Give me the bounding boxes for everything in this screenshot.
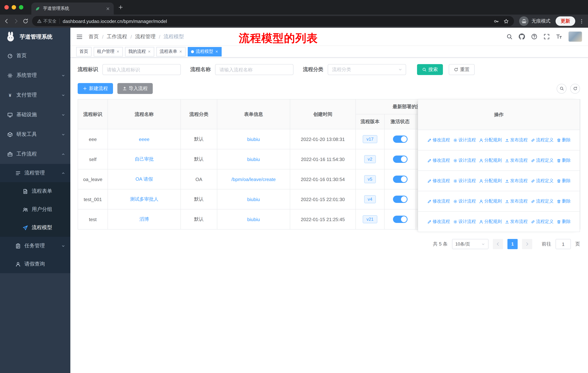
action-edit-link[interactable]: 修改流程 [427,198,450,204]
forward-button[interactable] [13,18,19,24]
sidebar-item-briefcase[interactable]: 工作流程 [0,144,70,164]
page-size-select[interactable]: 10条/页 [452,239,488,249]
tag-流程表单[interactable]: 流程表单 [156,47,186,56]
tab-close-icon[interactable] [106,6,110,11]
filter-name-input[interactable] [215,64,294,75]
close-icon[interactable] [148,50,151,53]
filter-id-input[interactable] [102,64,181,75]
url-text[interactable]: dashboard.yudao.iocoder.cn/bpm/manager/m… [63,18,491,24]
search-button[interactable]: 搜索 [417,64,443,75]
cell-form-text[interactable]: /bpm/oa/leave/create [231,176,276,182]
security-status[interactable]: 不安全 [37,18,56,24]
cell-name-text[interactable]: 测试多审批人 [130,196,158,202]
back-button[interactable] [4,18,10,24]
cell-form-text[interactable]: biubiu [247,136,260,142]
browser-menu-button[interactable] [579,18,584,24]
tag-流程模型[interactable]: 流程模型 [188,47,222,56]
cell-name-text[interactable]: eeee [139,136,149,142]
active-toggle[interactable] [393,135,407,143]
active-toggle[interactable] [393,196,407,203]
minimize-window-button[interactable] [12,5,16,10]
filter-category-select[interactable]: 流程分类 [328,64,406,75]
cell-name-text[interactable]: 滔博 [139,216,149,222]
action-delete-link[interactable]: 删除 [556,157,571,163]
refresh-table-button[interactable] [570,84,580,93]
action-assign-link[interactable]: 分配规则 [479,198,502,204]
sidebar-item-yen[interactable]: ¥支付管理 [0,85,70,105]
tag-首页[interactable]: 首页 [76,47,92,56]
action-publish-link[interactable]: 发布流程 [505,198,528,204]
import-flow-button[interactable]: 导入流程 [117,83,153,94]
action-assign-link[interactable]: 分配规则 [479,219,502,225]
cell-form-text[interactable]: biubiu [247,156,260,162]
action-delete-link[interactable]: 删除 [556,178,571,184]
close-window-button[interactable] [4,5,9,10]
action-edit-link[interactable]: 修改流程 [427,157,450,163]
cell-form-text[interactable]: biubiu [247,197,260,202]
sidebar-item-users[interactable]: 用户分组 [0,200,70,219]
reset-button[interactable]: 重置 [449,64,475,75]
close-icon[interactable] [116,50,120,53]
cell-form-text[interactable]: biubiu [247,217,260,222]
sidebar-item-clipboard[interactable]: 任务管理 [0,237,70,255]
action-assign-link[interactable]: 分配规则 [479,157,502,163]
bookmark-star-icon[interactable] [504,18,509,24]
action-define-link[interactable]: 流程定义 [531,178,554,184]
breadcrumb-workflow[interactable]: 工作流程 [107,33,127,40]
action-publish-link[interactable]: 发布流程 [505,157,528,163]
action-design-link[interactable]: 设计流程 [453,178,476,184]
github-icon[interactable] [519,33,525,40]
page-1-button[interactable]: 1 [507,239,518,249]
address-bar[interactable]: 不安全 dashboard.yudao.iocoder.cn/bpm/manag… [32,16,514,26]
tag-我的流程[interactable]: 我的流程 [125,47,154,56]
action-edit-link[interactable]: 修改流程 [427,219,450,225]
zoom-window-button[interactable] [19,5,23,10]
sidebar-item-gauge[interactable]: 首页 [0,46,70,66]
toggle-search-button[interactable] [557,84,567,93]
sidebar-item-monitor[interactable]: 基础设施 [0,105,70,125]
action-delete-link[interactable]: 删除 [556,219,571,225]
action-delete-link[interactable]: 删除 [556,198,571,204]
sidebar-item-box[interactable]: 研发工具 [0,125,70,144]
tag-租户管理[interactable]: 租户管理 [94,47,123,56]
action-define-link[interactable]: 流程定义 [531,137,554,143]
app-logo[interactable]: 芋道管理系统 [0,28,70,46]
cell-name-text[interactable]: OA 请假 [136,176,153,182]
sidebar-item-gear[interactable]: 系统管理 [0,66,70,85]
action-publish-link[interactable]: 发布流程 [505,219,528,225]
action-publish-link[interactable]: 发布流程 [505,137,528,143]
font-size-icon[interactable] [556,33,562,40]
close-icon[interactable] [179,50,182,53]
close-icon[interactable] [215,50,218,53]
action-define-link[interactable]: 流程定义 [531,198,554,204]
sidebar-item-flow[interactable]: 流程管理 [0,164,70,182]
action-design-link[interactable]: 设计流程 [453,198,476,204]
active-toggle[interactable] [393,176,407,183]
cell-name-text[interactable]: 自己审批 [135,156,154,162]
prev-page-button[interactable] [493,239,503,249]
user-avatar[interactable] [568,31,582,42]
sidebar-item-send[interactable]: 流程模型 [0,219,70,237]
sidebar-item-user[interactable]: 请假查询 [0,255,70,273]
next-page-button[interactable] [522,239,532,249]
sidebar-item-doc[interactable]: 流程表单 [0,182,70,200]
browser-tab[interactable]: 芋道管理系统 [31,2,114,15]
action-edit-link[interactable]: 修改流程 [427,178,450,184]
password-manager-icon[interactable] [494,18,499,24]
help-icon[interactable] [531,33,537,40]
active-toggle[interactable] [393,216,407,223]
action-design-link[interactable]: 设计流程 [453,157,476,163]
action-delete-link[interactable]: 删除 [556,137,571,143]
action-design-link[interactable]: 设计流程 [453,219,476,225]
sidebar-collapse-button[interactable] [76,33,83,40]
fullscreen-icon[interactable] [544,33,550,40]
breadcrumb-home[interactable]: 首页 [89,33,99,40]
action-publish-link[interactable]: 发布流程 [505,178,528,184]
browser-update-button[interactable]: 更新 [556,16,575,26]
new-tab-button[interactable] [118,5,123,10]
breadcrumb-process-mgmt[interactable]: 流程管理 [135,33,156,40]
action-assign-link[interactable]: 分配规则 [479,178,502,184]
create-flow-button[interactable]: 新建流程 [78,83,113,94]
goto-page-input[interactable] [556,239,571,249]
action-define-link[interactable]: 流程定义 [531,157,554,163]
